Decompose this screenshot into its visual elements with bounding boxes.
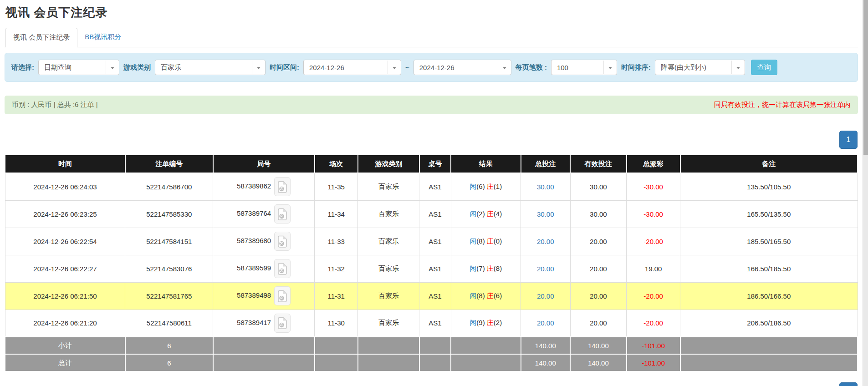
total-bet-link[interactable]: 20.00 (537, 292, 554, 300)
banker-result: 庄 (487, 319, 494, 326)
game-category-label: 游戏类别 (123, 63, 151, 72)
bet-id-cell: 522147580611 (125, 310, 213, 337)
table-no-cell: AS1 (419, 282, 451, 310)
player-count: (9) (476, 319, 485, 326)
col-header-payout: 总派彩 (627, 155, 680, 173)
remark-cell: 135.50/105.50 (680, 173, 858, 200)
search-button[interactable]: 查询 (751, 60, 777, 75)
remark-cell: 206.50/186.50 (680, 310, 858, 337)
subtotal-label: 小计 (5, 337, 125, 354)
tab-betting-records[interactable]: 视讯 会员下注纪录 (5, 28, 77, 47)
banker-count: (4) (494, 210, 502, 218)
round-video-button[interactable] (274, 286, 291, 305)
page-1-button[interactable]: 1 (839, 131, 858, 149)
table-body: 2024-12-26 06:24:03522147586700587389862… (5, 173, 858, 337)
time-cell: 2024-12-26 06:21:50 (5, 282, 125, 310)
banker-count: (6) (494, 292, 502, 300)
round-video-button[interactable] (274, 232, 291, 251)
sort-value: 降幂(由大到小) (661, 63, 706, 72)
valid-bet-cell: 30.00 (570, 200, 627, 228)
game-type-cell: 百家乐 (358, 310, 419, 337)
game-type-cell: 百家乐 (358, 173, 419, 200)
remark-cell: 186.50/166.50 (680, 282, 858, 310)
sort-select[interactable]: 降幂(由大到小) (655, 60, 745, 75)
table-row: 2024-12-26 06:23:25522147585330587389764… (5, 200, 858, 228)
game-type-cell: 百家乐 (358, 282, 419, 310)
remark-cell: 165.50/135.50 (680, 200, 858, 228)
bet-id-cell: 522147585330 (125, 200, 213, 228)
total-bet-link[interactable]: 20.00 (537, 319, 554, 327)
player-result: 闲 (470, 264, 476, 272)
chevron-down-icon (736, 67, 740, 69)
round-number: 587389764 (237, 209, 271, 217)
summary-currency-text: 币别 : 人民币 | 总共 :6 注单 | (12, 101, 98, 109)
chevron-down-icon (608, 67, 612, 69)
total-row: 总计 6 140.00 140.00 -101.00 (5, 354, 858, 371)
game-category-select[interactable]: 百家乐 (155, 60, 266, 75)
tab-bb-video-points[interactable]: BB视讯积分 (77, 28, 128, 47)
total-bet-link[interactable]: 30.00 (537, 183, 554, 191)
payout-cell: -30.00 (627, 173, 680, 200)
valid-bet-cell: 20.00 (570, 228, 627, 255)
round-video-button[interactable] (274, 177, 291, 196)
round-video-button[interactable] (274, 259, 291, 278)
banker-result: 庄 (487, 292, 494, 300)
scrollbar[interactable] (863, 0, 868, 386)
payout-cell: -20.00 (627, 228, 680, 255)
total-bet-link[interactable]: 30.00 (537, 210, 554, 218)
banker-result: 庄 (487, 264, 494, 272)
table-no-cell: AS1 (419, 310, 451, 337)
player-count: (6) (476, 183, 485, 190)
result-cell: 闲(6) 庄(1) (451, 173, 521, 200)
valid-bet-cell: 20.00 (570, 255, 627, 282)
col-header-total-bet: 总投注 (521, 155, 571, 173)
bet-id-cell: 522147583076 (125, 255, 213, 282)
payout-cell: -20.00 (627, 282, 680, 310)
remark-cell: 166.50/185.50 (680, 255, 858, 282)
bet-id-cell: 522147581765 (125, 282, 213, 310)
col-header-bet-id: 注单编号 (125, 155, 213, 173)
per-page-select[interactable]: 100 (551, 60, 617, 75)
result-cell: 闲(2) 庄(4) (451, 200, 521, 228)
player-count: (2) (476, 210, 485, 218)
session-cell: 11-31 (315, 282, 358, 310)
round-video-button[interactable] (274, 314, 291, 333)
page: 视讯 会员下注纪录 视讯 会员下注纪录 BB视讯积分 请选择: 日期查询 游戏类… (0, 0, 863, 372)
total-bet-link[interactable]: 20.00 (537, 265, 554, 273)
query-type-select[interactable]: 日期查询 (38, 60, 119, 75)
time-range-label: 时间区间: (270, 63, 299, 72)
query-type-value: 日期查询 (44, 63, 71, 72)
result-cell: 闲(8) 庄(6) (451, 282, 521, 310)
bet-id-cell: 522147586700 (125, 173, 213, 200)
total-valid-bet: 140.00 (570, 354, 627, 371)
player-result: 闲 (470, 210, 476, 218)
video-file-icon (277, 208, 287, 220)
chevron-down-icon (393, 67, 396, 69)
date-to-select[interactable]: 2024-12-26 (414, 60, 511, 75)
scrollbar-thumb[interactable] (863, 0, 868, 155)
player-result: 闲 (470, 319, 476, 326)
chevron-down-icon (503, 67, 506, 69)
round-video-button[interactable] (274, 204, 291, 223)
session-cell: 11-30 (315, 310, 358, 337)
session-cell: 11-35 (315, 173, 358, 200)
date-from-select[interactable]: 2024-12-26 (303, 60, 401, 75)
table-no-cell: AS1 (419, 200, 451, 228)
banker-count: (1) (494, 183, 502, 190)
subtotal-row: 小计 6 140.00 140.00 -101.00 (5, 337, 858, 354)
pagination-bottom: 1 (839, 382, 858, 386)
result-cell: 闲(9) 庄(2) (451, 310, 521, 337)
pagination-top: 1 (5, 131, 858, 149)
page-1-button-bottom[interactable]: 1 (839, 382, 858, 386)
betting-records-table: 时间 注单编号 局号 场次 游戏类别 桌号 结果 总投注 有效投注 总派彩 备注… (5, 154, 858, 372)
col-header-table-no: 桌号 (419, 155, 451, 173)
filter-select-label: 请选择: (11, 63, 34, 72)
total-bet-cell: 20.00 (521, 228, 571, 255)
table-row: 2024-12-26 06:24:03522147586700587389862… (5, 173, 858, 200)
banker-count: (0) (494, 237, 502, 245)
round-number: 587389498 (237, 291, 271, 299)
total-bet-link[interactable]: 20.00 (537, 238, 554, 245)
video-file-icon (277, 317, 287, 329)
banker-result: 庄 (487, 210, 494, 218)
round-number: 587389680 (237, 237, 271, 244)
